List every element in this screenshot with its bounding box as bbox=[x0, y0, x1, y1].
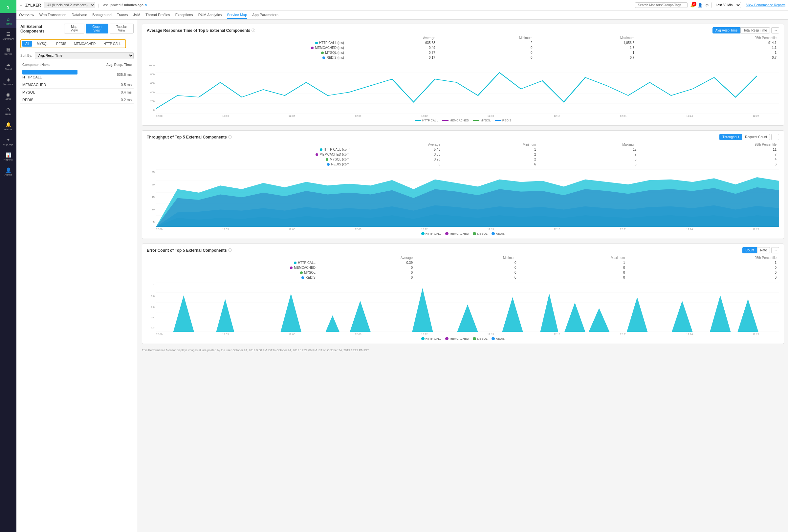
svg-marker-28 bbox=[350, 301, 370, 332]
stats-header-avg-t: Average bbox=[353, 142, 443, 147]
svg-marker-25 bbox=[216, 299, 234, 332]
subnav-jvm[interactable]: JVM bbox=[133, 12, 140, 19]
table-row[interactable]: HTTP CALL 635.6 ms bbox=[20, 68, 134, 81]
btn-rate[interactable]: Rate bbox=[757, 247, 770, 253]
left-panel: All External Components Map View Graph V… bbox=[16, 20, 138, 532]
component-name-memcached: MEMCACHED bbox=[20, 81, 79, 89]
filter-tab-all[interactable]: All bbox=[22, 41, 32, 47]
subnav-rum-analytics[interactable]: RUM Analytics bbox=[198, 12, 222, 19]
filter-tab-memcached[interactable]: MEMCACHED bbox=[71, 41, 99, 47]
svg-marker-17 bbox=[156, 177, 779, 227]
x-axis-label: 12:27 bbox=[752, 333, 759, 336]
svg-marker-33 bbox=[565, 303, 585, 332]
x-axis-label: 12:18 bbox=[554, 228, 560, 231]
stats-header-p95-e: 95th Percentile bbox=[628, 255, 779, 260]
view-tab-graph[interactable]: Graph View bbox=[86, 24, 109, 34]
x-axis-label: 12:15 bbox=[488, 115, 494, 118]
filter-tab-http-call[interactable]: HTTP CALL bbox=[100, 41, 124, 47]
refresh-icon[interactable]: ↻ bbox=[144, 3, 147, 7]
table-row[interactable]: REDIS 0.2 ms bbox=[20, 96, 134, 104]
subnav-database[interactable]: Database bbox=[72, 12, 87, 19]
btn-total-resp[interactable]: Total Resp Time bbox=[741, 27, 770, 34]
stats-row: MEMCACHED 0 0 0 0 bbox=[147, 265, 779, 270]
sidebar-item-apm[interactable]: ◉ APM bbox=[0, 89, 16, 104]
x-axis-label: 12:12 bbox=[421, 333, 428, 336]
app-logo[interactable]: S bbox=[0, 0, 16, 13]
stats-header-p95: 95th Percentile bbox=[637, 36, 779, 40]
home-icon: ⌂ bbox=[7, 16, 9, 22]
svg-marker-32 bbox=[540, 293, 558, 332]
chart-more-btn-response[interactable]: ⋯ bbox=[771, 27, 779, 34]
chart-more-btn-error[interactable]: ⋯ bbox=[771, 247, 779, 253]
throughput-chart-wrapper: 252015105 bbox=[147, 169, 779, 231]
btn-request-count[interactable]: Request Count bbox=[742, 134, 770, 140]
sidebar-item-server[interactable]: ▦ Server bbox=[0, 43, 16, 58]
table-row[interactable]: MYSQL 0.4 ms bbox=[20, 89, 134, 96]
search-input[interactable] bbox=[635, 2, 688, 8]
view-tab-map[interactable]: Map View bbox=[64, 24, 84, 34]
stats-row: REDIS (cpm) 6 6 6 6 bbox=[147, 162, 779, 167]
sidebar: S ⌂ Home ☰ Summary ▦ Server ☁ Cloud ◈ Ne… bbox=[0, 0, 16, 532]
bell-icon[interactable]: 🔔 2 bbox=[690, 3, 695, 7]
filter-tab-redis[interactable]: REDIS bbox=[53, 41, 70, 47]
throughput-chart-body: 12:0012:0312:0612:0912:1212:1512:1812:21… bbox=[156, 169, 779, 231]
applogs-icon: ✦ bbox=[6, 137, 10, 142]
y-axis-throughput: 252015105 bbox=[147, 169, 156, 231]
subnav-overview[interactable]: Overview bbox=[19, 12, 34, 19]
reports-icon: 📊 bbox=[5, 152, 11, 158]
stats-row: MYSQL (cpm) 3.28 2 5 4 bbox=[147, 157, 779, 162]
sidebar-item-alarms[interactable]: 🔔 Alarms bbox=[0, 119, 16, 134]
component-value-mysql: 0.4 ms bbox=[79, 89, 134, 96]
subnav-exceptions[interactable]: Exceptions bbox=[175, 12, 193, 19]
view-perf-reports-link[interactable]: View Performance Reports bbox=[746, 3, 785, 7]
x-axis-throughput: 12:0012:0312:0612:0912:1212:1512:1812:21… bbox=[156, 228, 779, 231]
filter-tab-mysql[interactable]: MYSQL bbox=[34, 41, 52, 47]
svg-marker-29 bbox=[412, 288, 433, 332]
sidebar-item-rum[interactable]: ⊙ RUM bbox=[0, 104, 16, 119]
stats-row: MEMCACHED (cpm) 3.55 2 7 7 bbox=[147, 152, 779, 157]
sidebar-item-network[interactable]: ◈ Network bbox=[0, 74, 16, 89]
settings-icon[interactable]: ⚙ bbox=[705, 3, 709, 7]
x-axis-label: 12:06 bbox=[289, 333, 295, 336]
x-axis-label: 12:12 bbox=[421, 228, 428, 231]
stats-row: HTTP CALL (ms) 635.63 2 1,056.6 914.1 bbox=[147, 40, 779, 45]
sort-row: Sort By: Avg. Resp. Time bbox=[20, 52, 134, 59]
sort-select[interactable]: Avg. Resp. Time bbox=[35, 52, 134, 59]
chart-title-throughput: Throughput of Top 5 External Components bbox=[147, 135, 227, 140]
response-chart-wrapper: 10008006004002000 bbox=[147, 63, 779, 118]
instance-selector[interactable]: All (8 tools and 2 instances) bbox=[44, 2, 95, 8]
subnav-web-transaction[interactable]: Web Transaction bbox=[39, 12, 66, 19]
subnav-traces[interactable]: Traces bbox=[117, 12, 128, 19]
sidebar-item-reports[interactable]: 📊 Reports bbox=[0, 149, 16, 164]
network-icon: ◈ bbox=[6, 77, 10, 82]
x-axis-label: 12:24 bbox=[686, 115, 693, 118]
sidebar-item-applogs[interactable]: ✦ AppLogs bbox=[0, 134, 16, 149]
chart-more-btn-throughput[interactable]: ⋯ bbox=[771, 134, 779, 140]
btn-count[interactable]: Count bbox=[742, 247, 757, 253]
btn-throughput[interactable]: Throughput bbox=[720, 134, 742, 140]
time-range-selector[interactable]: Last 30 Min bbox=[711, 2, 741, 8]
table-row[interactable]: MEMCACHED 0.5 ms bbox=[20, 81, 134, 89]
stats-header-min-e: Minimum bbox=[415, 255, 519, 260]
sidebar-item-summary[interactable]: ☰ Summary bbox=[0, 28, 16, 43]
footer-text: This Performance Monitor displays images… bbox=[142, 349, 784, 356]
sidebar-item-admin[interactable]: 👤 Admin bbox=[0, 164, 16, 179]
x-axis-label: 12:12 bbox=[421, 115, 428, 118]
stats-row: MEMCACHED (ms) 0.49 0 1.3 1.1 bbox=[147, 45, 779, 50]
stats-table-error: Average Minimum Maximum 95th Percentile … bbox=[147, 255, 779, 280]
subnav-app-parameters[interactable]: App Parameters bbox=[252, 12, 278, 19]
user-icon[interactable]: 👤 bbox=[698, 3, 703, 7]
x-axis-label: 12:03 bbox=[222, 228, 229, 231]
view-tab-tabular[interactable]: Tabular View bbox=[110, 24, 134, 34]
btn-avg-resp[interactable]: Avg Resp Time bbox=[712, 27, 741, 34]
svg-marker-26 bbox=[281, 293, 301, 332]
subnav-background[interactable]: Background bbox=[92, 12, 112, 19]
subnav-thread-profiles[interactable]: Thread Profiles bbox=[145, 12, 170, 19]
subnav-service-map[interactable]: Service Map bbox=[227, 12, 247, 19]
stats-header-min-t: Minimum bbox=[443, 142, 539, 147]
chart-header-response: Average Response Time of Top 5 External … bbox=[147, 27, 779, 34]
sidebar-item-cloud[interactable]: ☁ Cloud bbox=[0, 58, 16, 74]
sidebar-item-home[interactable]: ⌂ Home bbox=[0, 13, 16, 28]
x-axis-label: 12:18 bbox=[554, 333, 560, 336]
back-arrow[interactable]: ← bbox=[19, 3, 23, 7]
